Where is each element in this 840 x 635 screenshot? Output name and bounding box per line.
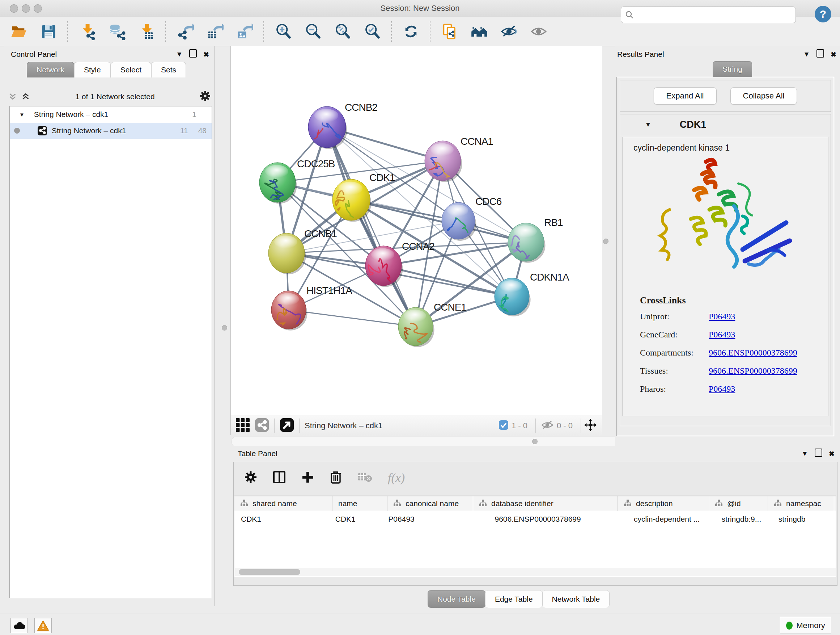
selected-nodes-checkbox[interactable] bbox=[499, 420, 508, 432]
search-icon bbox=[625, 10, 634, 19]
network-tree-row[interactable]: String Network – cdk11148 bbox=[10, 123, 212, 139]
cytoscape-window: { "window": {"title": "Session: New Sess… bbox=[0, 0, 840, 635]
panel-collapse-icon[interactable]: ▼ bbox=[803, 50, 810, 58]
search-input[interactable] bbox=[634, 8, 796, 22]
hide-selected-icon[interactable] bbox=[500, 22, 518, 41]
network-node-hist1h1a[interactable] bbox=[271, 291, 308, 337]
zoom-out-icon[interactable] bbox=[303, 22, 322, 41]
horizontal-splitter-handle[interactable] bbox=[532, 439, 538, 444]
panel-collapse-icon[interactable]: ▼ bbox=[801, 450, 808, 458]
panel-float-icon[interactable] bbox=[816, 49, 824, 59]
zoom-fit-icon[interactable] bbox=[333, 22, 352, 41]
entry-description: cyclin-dependent kinase 1 bbox=[633, 143, 828, 153]
network-tree-row[interactable]: ▼String Network – cdk11 bbox=[10, 106, 212, 123]
add-column-icon[interactable] bbox=[302, 471, 314, 485]
panel-close-icon[interactable]: ✖ bbox=[829, 450, 835, 458]
warnings-button[interactable] bbox=[34, 618, 52, 633]
expand-all-tree-icon[interactable] bbox=[8, 92, 17, 101]
scrollbar-thumb[interactable] bbox=[239, 569, 300, 575]
expand-all-button[interactable]: Expand All bbox=[654, 87, 717, 105]
network-overview-icon[interactable] bbox=[255, 418, 269, 434]
crosslink-link[interactable]: P06493 bbox=[709, 312, 735, 321]
tab-string[interactable]: String bbox=[713, 61, 752, 77]
table-cell: P06493 bbox=[382, 511, 464, 527]
column-header-canonical-name[interactable]: canonical name bbox=[387, 496, 473, 511]
import-table-icon[interactable] bbox=[137, 22, 156, 41]
crosslink-link[interactable]: 9606.ENSP00000378699 bbox=[709, 366, 797, 376]
tab-edge-table[interactable]: Edge Table bbox=[485, 590, 543, 608]
table-horizontal-scrollbar[interactable] bbox=[235, 568, 836, 576]
network-node-cdkn1a[interactable] bbox=[494, 278, 531, 321]
show-columns-icon[interactable] bbox=[273, 470, 286, 485]
network-node-ccne1[interactable] bbox=[398, 307, 434, 352]
toolbar-group bbox=[392, 22, 430, 41]
column-type-icon bbox=[774, 499, 782, 508]
tab-node-table[interactable]: Node Table bbox=[428, 590, 485, 608]
open-in-new-icon[interactable] bbox=[279, 418, 294, 434]
panel-close-icon[interactable]: ✖ bbox=[203, 50, 209, 59]
network-options-gear-icon[interactable] bbox=[200, 90, 210, 103]
network-node-ccna1[interactable] bbox=[420, 141, 462, 191]
export-image-icon[interactable] bbox=[235, 22, 254, 41]
show-all-icon[interactable] bbox=[529, 22, 548, 41]
birds-eye-view-icon[interactable] bbox=[236, 418, 249, 433]
table-cell: stringdb bbox=[772, 511, 836, 527]
column-header--id[interactable]: @id bbox=[709, 496, 768, 511]
export-network-icon[interactable] bbox=[176, 22, 195, 41]
search-box[interactable] bbox=[621, 6, 796, 23]
memory-button[interactable]: Memory bbox=[780, 617, 831, 634]
tab-sets[interactable]: Sets bbox=[151, 62, 186, 78]
home-icon[interactable] bbox=[470, 22, 489, 41]
open-session-icon[interactable] bbox=[9, 22, 28, 41]
zoom-in-icon[interactable] bbox=[274, 22, 293, 41]
crosslinks-section: CrossLinks Uniprot: P06493GeneCard: P064… bbox=[640, 295, 797, 402]
crosslink-label: Uniprot: bbox=[640, 312, 709, 321]
network-node-ccnb1[interactable] bbox=[268, 233, 306, 274]
status-bar: Memory bbox=[0, 614, 840, 635]
export-table-icon[interactable] bbox=[205, 22, 224, 41]
tab-style[interactable]: Style bbox=[74, 62, 111, 78]
network-node-rb1[interactable] bbox=[507, 223, 546, 268]
entry-expander-icon[interactable]: ▼ bbox=[645, 120, 652, 128]
tab-network-table[interactable]: Network Table bbox=[542, 590, 610, 608]
column-header-database-identifier[interactable]: database identifier bbox=[473, 496, 618, 511]
crosslink-link[interactable]: P06493 bbox=[709, 330, 735, 340]
right-splitter-handle[interactable] bbox=[603, 239, 608, 244]
tab-select[interactable]: Select bbox=[111, 62, 151, 78]
network-canvas[interactable]: CCNB2CCNA1CDC25BCDK1CDC6RB1CCNB1CCNA2CDK… bbox=[231, 46, 602, 416]
left-splitter-handle[interactable] bbox=[222, 325, 227, 331]
delete-column-trash-icon[interactable] bbox=[330, 470, 341, 485]
panel-float-icon[interactable] bbox=[815, 448, 822, 459]
import-database-icon[interactable] bbox=[107, 22, 126, 41]
crosslink-link[interactable]: 9606.ENSP00000378699 bbox=[709, 348, 797, 358]
help-button[interactable]: ? bbox=[815, 6, 831, 22]
panel-close-icon[interactable]: ✖ bbox=[831, 50, 836, 59]
table-panel-tabs: Node TableEdge TableNetwork Table bbox=[428, 590, 609, 608]
panel-float-icon[interactable] bbox=[189, 49, 197, 59]
network-node-ccnb2[interactable] bbox=[292, 106, 353, 155]
column-header-description[interactable]: description bbox=[618, 496, 709, 511]
column-header-namespac[interactable]: namespac bbox=[768, 496, 834, 511]
table-settings-gear-icon[interactable] bbox=[245, 471, 257, 485]
import-network-icon[interactable] bbox=[78, 22, 96, 41]
collapse-all-button[interactable]: Collapse All bbox=[730, 87, 797, 105]
zoom-selected-icon[interactable] bbox=[363, 22, 382, 41]
column-header-name[interactable]: name bbox=[332, 496, 387, 511]
network-edge[interactable] bbox=[289, 310, 416, 326]
table-row[interactable]: CDK1CDK1P064939606.ENSP00000378699cyclin… bbox=[234, 511, 836, 527]
cloud-status-button[interactable] bbox=[11, 618, 28, 633]
crosslink-link[interactable]: P06493 bbox=[709, 384, 735, 394]
column-header-shared-name[interactable]: shared name bbox=[234, 496, 332, 511]
save-session-icon[interactable] bbox=[39, 22, 58, 41]
panel-collapse-icon[interactable]: ▼ bbox=[176, 50, 183, 58]
crosslink-row: Pharos: P06493 bbox=[640, 384, 797, 394]
network-copy-icon[interactable] bbox=[440, 22, 459, 41]
refresh-icon[interactable] bbox=[401, 22, 420, 41]
node-gloss bbox=[314, 109, 339, 122]
network-node-cdc25b[interactable] bbox=[259, 163, 297, 204]
tab-network[interactable]: Network bbox=[27, 62, 74, 78]
tree-expander-icon[interactable]: ▼ bbox=[19, 111, 25, 118]
pan-mode-icon[interactable] bbox=[584, 418, 597, 433]
collapse-all-tree-icon[interactable] bbox=[21, 92, 30, 101]
network-edge[interactable] bbox=[327, 127, 416, 326]
